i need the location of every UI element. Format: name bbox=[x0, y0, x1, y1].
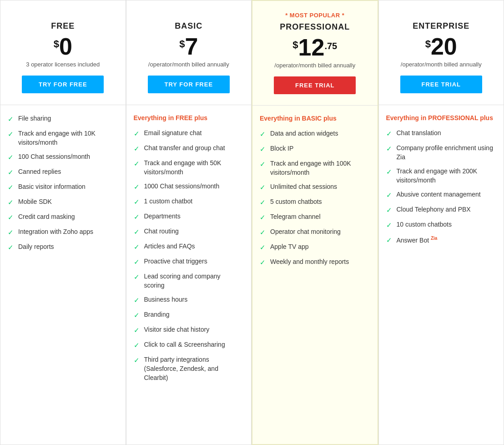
cta-button-enterprise[interactable]: FREE TRIAL bbox=[400, 76, 482, 93]
feature-heading-enterprise: Everything in PROFESSIONAL plus bbox=[386, 114, 495, 121]
check-icon: ✓ bbox=[386, 205, 392, 215]
check-icon: ✓ bbox=[134, 325, 140, 335]
feature-label: Company profile enrichment using Zia bbox=[397, 144, 495, 162]
features-enterprise: Everything in PROFESSIONAL plus✓Chat tra… bbox=[379, 105, 504, 445]
features-basic: Everything in FREE plus✓Email signature … bbox=[126, 105, 252, 445]
feature-label: Abusive content management bbox=[397, 190, 481, 199]
feature-label: 1000 Chat sessions/month bbox=[144, 182, 220, 191]
feature-label: Articles and FAQs bbox=[144, 242, 195, 251]
check-icon: ✓ bbox=[8, 129, 14, 139]
feature-item: ✓1 custom chatbot bbox=[134, 197, 242, 207]
check-icon: ✓ bbox=[386, 235, 392, 245]
feature-item: ✓Basic visitor information bbox=[8, 182, 116, 192]
price-cents: .75 bbox=[324, 41, 337, 51]
plan-name-basic: BASIC bbox=[175, 21, 202, 31]
price-note-professional: /operator/month billed annually bbox=[274, 62, 355, 70]
feature-item: ✓Unlimited chat sessions bbox=[260, 182, 368, 192]
pricing-table: FREE$03 operator licenses includedTRY FO… bbox=[0, 0, 504, 445]
feature-label: Branding bbox=[144, 310, 170, 319]
feature-item: ✓Chat transfer and group chat bbox=[134, 144, 242, 153]
plan-column-enterprise: ENTERPRISE$20/operator/month billed annu… bbox=[378, 0, 504, 445]
feature-label: Credit card masking bbox=[18, 212, 75, 222]
check-icon: ✓ bbox=[134, 197, 140, 207]
feature-item: ✓File sharing bbox=[8, 114, 116, 124]
cta-button-free[interactable]: TRY FOR FREE bbox=[22, 76, 104, 93]
feature-item: ✓Cloud Telephony and PBX bbox=[386, 205, 495, 215]
dollar-sign: $ bbox=[179, 38, 185, 50]
feature-item: ✓Articles and FAQs bbox=[134, 242, 242, 252]
check-icon: ✓ bbox=[134, 227, 140, 237]
plan-header-professional: * MOST POPULAR *PROFESSIONAL$12.75/opera… bbox=[252, 1, 378, 106]
check-icon: ✓ bbox=[260, 144, 266, 154]
feature-label: 5 custom chatbots bbox=[270, 197, 322, 207]
feature-item: ✓Mobile SDK bbox=[8, 197, 116, 207]
plan-name-free: FREE bbox=[51, 21, 75, 31]
check-icon: ✓ bbox=[8, 197, 14, 207]
check-icon: ✓ bbox=[134, 182, 140, 192]
check-icon: ✓ bbox=[134, 272, 140, 282]
price-note-basic: /operator/month billed annually bbox=[148, 61, 229, 69]
price-main: 20 bbox=[431, 35, 457, 58]
check-icon: ✓ bbox=[260, 243, 266, 252]
features-professional: Everything in BASIC plus✓Data and action… bbox=[252, 106, 378, 444]
check-icon: ✓ bbox=[386, 190, 392, 200]
feature-label: Departments bbox=[144, 212, 181, 221]
feature-label: Apple TV app bbox=[270, 243, 309, 252]
check-icon: ✓ bbox=[386, 167, 392, 177]
feature-label: Telegram channel bbox=[270, 212, 321, 222]
feature-item: ✓Answer Bot Zia bbox=[386, 235, 495, 245]
check-icon: ✓ bbox=[134, 257, 140, 267]
check-icon: ✓ bbox=[8, 243, 14, 252]
feature-label: 100 Chat sessions/month bbox=[18, 152, 90, 162]
feature-item: ✓1000 Chat sessions/month bbox=[134, 182, 242, 192]
cta-button-professional[interactable]: FREE TRIAL bbox=[274, 76, 356, 94]
check-icon: ✓ bbox=[134, 242, 140, 252]
check-icon: ✓ bbox=[134, 144, 140, 153]
price-note-free: 3 operator licenses included bbox=[26, 61, 100, 69]
feature-item: ✓Credit card masking bbox=[8, 212, 116, 222]
feature-item: ✓5 custom chatbots bbox=[260, 197, 368, 207]
feature-item: ✓Chat routing bbox=[134, 227, 242, 237]
price-row-basic: $7 bbox=[179, 35, 198, 58]
feature-item: ✓Click to call & Screensharing bbox=[134, 340, 242, 350]
price-note-enterprise: /operator/month billed annually bbox=[401, 61, 482, 69]
check-icon: ✓ bbox=[386, 129, 392, 138]
feature-label: Track and engage with 100K visitors/mont… bbox=[270, 159, 368, 177]
price-row-professional: $12.75 bbox=[292, 35, 337, 59]
feature-item: ✓Block IP bbox=[260, 144, 368, 154]
feature-label: File sharing bbox=[18, 114, 51, 123]
check-icon: ✓ bbox=[260, 129, 266, 139]
feature-label: Unlimited chat sessions bbox=[270, 182, 337, 192]
feature-item: ✓Proactive chat triggers bbox=[134, 257, 242, 267]
check-icon: ✓ bbox=[260, 182, 266, 192]
plan-header-enterprise: ENTERPRISE$20/operator/month billed annu… bbox=[379, 0, 504, 105]
price-main: 7 bbox=[185, 35, 198, 58]
feature-item: ✓Track and engage with 200K visitors/mon… bbox=[386, 167, 495, 185]
feature-item: ✓Daily reports bbox=[8, 243, 116, 252]
feature-label: Track and engage with 10K visitors/month bbox=[18, 129, 116, 147]
check-icon: ✓ bbox=[260, 228, 266, 237]
plan-name-professional: PROFESSIONAL bbox=[280, 22, 350, 32]
feature-item: ✓Operator chat monitoring bbox=[260, 228, 368, 237]
check-icon: ✓ bbox=[8, 167, 14, 177]
feature-item: ✓Track and engage with 100K visitors/mon… bbox=[260, 159, 368, 177]
feature-label: Canned replies bbox=[18, 167, 61, 177]
plan-column-professional: * MOST POPULAR *PROFESSIONAL$12.75/opera… bbox=[252, 0, 378, 445]
feature-label: Cloud Telephony and PBX bbox=[397, 205, 471, 214]
price-row-free: $0 bbox=[54, 35, 72, 58]
feature-heading-basic: Everything in FREE plus bbox=[134, 114, 242, 121]
feature-label: 10 custom chatbots bbox=[397, 220, 452, 229]
cta-button-basic[interactable]: TRY FOR FREE bbox=[148, 76, 230, 93]
feature-item: ✓Email signature chat bbox=[134, 129, 242, 138]
feature-item: ✓Weekly and monthly reports bbox=[260, 258, 368, 267]
check-icon: ✓ bbox=[134, 340, 140, 350]
check-icon: ✓ bbox=[134, 355, 140, 365]
feature-label: Click to call & Screensharing bbox=[144, 340, 225, 349]
price-main: 12 bbox=[298, 35, 325, 59]
check-icon: ✓ bbox=[260, 197, 266, 207]
check-icon: ✓ bbox=[8, 152, 14, 162]
feature-label: Block IP bbox=[270, 144, 293, 153]
feature-item: ✓Data and action widgets bbox=[260, 129, 368, 139]
feature-item: ✓Telegram channel bbox=[260, 212, 368, 222]
check-icon: ✓ bbox=[386, 220, 392, 230]
